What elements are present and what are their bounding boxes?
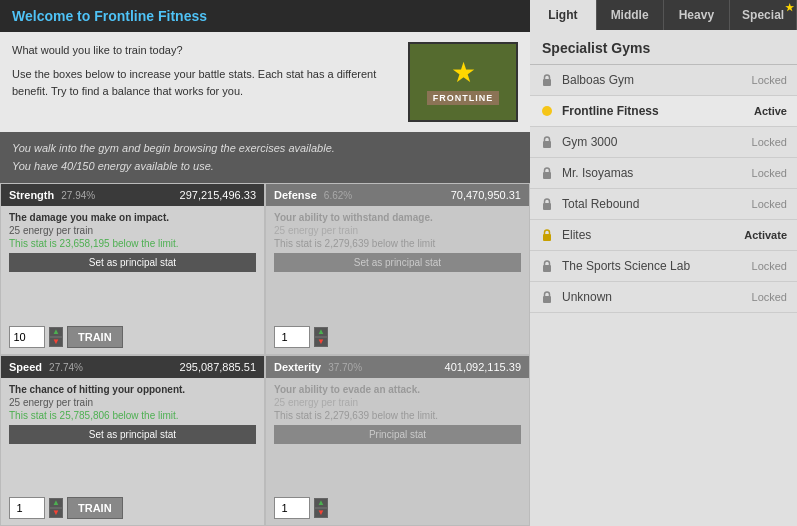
- stat-box-strength: Strength 27.94% 297,215,496.33 The damag…: [0, 183, 265, 354]
- lock-icon: [540, 166, 554, 180]
- stat-pct-defense: 6.62%: [324, 190, 352, 201]
- gym-item-mr.-isoyamas[interactable]: Mr. IsoyamasLocked: [530, 158, 797, 189]
- stat-body-dexterity: Your ability to evade an attack. 25 ener…: [266, 378, 529, 493]
- stat-name-strength: Strength: [9, 189, 54, 201]
- gym-item-total-rebound[interactable]: Total ReboundLocked: [530, 189, 797, 220]
- stat-limit-defense: This stat is 2,279,639 below the limit: [274, 238, 521, 249]
- stat-header-speed: Speed 27.74% 295,087,885.51: [1, 356, 264, 378]
- stat-subdesc-strength: 25 energy per train: [9, 225, 256, 236]
- stat-box-dexterity: Dexterity 37.70% 401,092,115.39 Your abi…: [265, 355, 530, 526]
- train-input-dexterity[interactable]: [274, 497, 310, 519]
- gym-item-frontline-fitness[interactable]: Frontline FitnessActive: [530, 96, 797, 127]
- set-principal-speed[interactable]: Set as principal stat: [9, 425, 256, 444]
- gym-item-name: Elites: [562, 228, 744, 242]
- stat-val-defense: 70,470,950.31: [451, 189, 521, 201]
- gym-item-status: Locked: [752, 136, 787, 148]
- unlock-icon: [540, 228, 554, 242]
- stat-name-dexterity: Dexterity: [274, 361, 321, 373]
- welcome-title: Welcome to Frontline Fitness: [12, 8, 207, 24]
- gym-item-the-sports-science-lab[interactable]: The Sports Science LabLocked: [530, 251, 797, 282]
- gym-item-elites[interactable]: ElitesActivate: [530, 220, 797, 251]
- stat-limit-dexterity: This stat is 2,279,639 below the limit.: [274, 410, 521, 421]
- gym-item-name: Balboas Gym: [562, 73, 752, 87]
- stat-limit-strength: This stat is 23,658,195 below the limit.: [9, 238, 256, 249]
- spin-up-strength[interactable]: ▲: [49, 327, 63, 337]
- spin-box-speed: ▲ ▼: [49, 498, 63, 518]
- welcome-line2: Use the boxes below to increase your bat…: [12, 66, 398, 101]
- left-panel: Welcome to Frontline Fitness What would …: [0, 0, 530, 526]
- gym-item-gym-3000[interactable]: Gym 3000Locked: [530, 127, 797, 158]
- welcome-line1: What would you like to train today?: [12, 42, 398, 60]
- svg-rect-6: [543, 265, 551, 272]
- gym-item-status: Locked: [752, 74, 787, 86]
- spin-box-dexterity: ▲ ▼: [314, 498, 328, 518]
- set-principal-strength[interactable]: Set as principal stat: [9, 253, 256, 272]
- train-input-speed[interactable]: [9, 497, 45, 519]
- energy-detail: You have 40/150 energy available to use.: [12, 160, 214, 172]
- stat-val-speed: 295,087,885.51: [180, 361, 256, 373]
- stat-box-defense: Defense 6.62% 70,470,950.31 Your ability…: [265, 183, 530, 354]
- gym-name-badge: FRONTLINE: [427, 91, 500, 105]
- train-input-defense[interactable]: [274, 326, 310, 348]
- welcome-body: What would you like to train today? Use …: [0, 32, 530, 132]
- gym-item-status: Locked: [752, 167, 787, 179]
- stat-name-speed: Speed: [9, 361, 42, 373]
- stat-pct-speed: 27.74%: [49, 362, 83, 373]
- stat-subdesc-defense: 25 energy per train: [274, 225, 521, 236]
- stat-subdesc-dexterity: 25 energy per train: [274, 397, 521, 408]
- stat-desc-speed: The chance of hitting your opponent.: [9, 384, 256, 395]
- energy-message: You walk into the gym and begin browsing…: [12, 142, 335, 154]
- spin-up-dexterity[interactable]: ▲: [314, 498, 328, 508]
- svg-rect-2: [543, 141, 551, 148]
- tab-special[interactable]: Special ★: [730, 0, 797, 30]
- tab-light[interactable]: Light: [530, 0, 597, 30]
- svg-rect-0: [543, 79, 551, 86]
- welcome-text: What would you like to train today? Use …: [12, 42, 398, 122]
- train-row-strength: ▲ ▼ TRAIN: [1, 322, 264, 354]
- svg-rect-4: [543, 203, 551, 210]
- gym-item-status: Active: [754, 105, 787, 117]
- svg-point-1: [542, 106, 552, 116]
- gym-item-balboas-gym[interactable]: Balboas GymLocked: [530, 65, 797, 96]
- special-star-badge: ★: [785, 2, 794, 13]
- svg-rect-7: [543, 296, 551, 303]
- train-button-strength[interactable]: TRAIN: [67, 326, 123, 348]
- gym-item-name: Unknown: [562, 290, 752, 304]
- gym-item-name: Total Rebound: [562, 197, 752, 211]
- gym-item-status: Locked: [752, 198, 787, 210]
- set-principal-defense: Set as principal stat: [274, 253, 521, 272]
- stat-header-strength: Strength 27.94% 297,215,496.33: [1, 184, 264, 206]
- stat-pct-dexterity: 37.70%: [328, 362, 362, 373]
- stat-subdesc-speed: 25 energy per train: [9, 397, 256, 408]
- lock-icon: [540, 259, 554, 273]
- gym-item-status: Locked: [752, 260, 787, 272]
- stat-limit-speed: This stat is 25,785,806 below the limit.: [9, 410, 256, 421]
- stat-val-dexterity: 401,092,115.39: [445, 361, 521, 373]
- gym-item-unknown[interactable]: UnknownLocked: [530, 282, 797, 313]
- spin-down-strength[interactable]: ▼: [49, 337, 63, 347]
- train-row-speed: ▲ ▼ TRAIN: [1, 493, 264, 525]
- stat-val-strength: 297,215,496.33: [180, 189, 256, 201]
- gym-list: Balboas GymLocked Frontline FitnessActiv…: [530, 65, 797, 526]
- spin-box-strength: ▲ ▼: [49, 327, 63, 347]
- gym-item-status: Locked: [752, 291, 787, 303]
- gym-item-name: Mr. Isoyamas: [562, 166, 752, 180]
- gym-item-name: Gym 3000: [562, 135, 752, 149]
- gym-item-status: Activate: [744, 229, 787, 241]
- tabs-row: Light Middle Heavy Special ★: [530, 0, 797, 30]
- train-button-speed[interactable]: TRAIN: [67, 497, 123, 519]
- stat-header-defense: Defense 6.62% 70,470,950.31: [266, 184, 529, 206]
- spin-down-dexterity[interactable]: ▼: [314, 508, 328, 518]
- tab-middle[interactable]: Middle: [597, 0, 664, 30]
- spin-down-speed[interactable]: ▼: [49, 508, 63, 518]
- spin-down-defense[interactable]: ▼: [314, 337, 328, 347]
- spin-up-speed[interactable]: ▲: [49, 498, 63, 508]
- gym-logo: ★ FRONTLINE: [408, 42, 518, 122]
- specialist-title: Specialist Gyms: [530, 30, 797, 65]
- stat-desc-strength: The damage you make on impact.: [9, 212, 256, 223]
- train-input-strength[interactable]: [9, 326, 45, 348]
- stat-header-dexterity: Dexterity 37.70% 401,092,115.39: [266, 356, 529, 378]
- spin-up-defense[interactable]: ▲: [314, 327, 328, 337]
- tab-heavy[interactable]: Heavy: [664, 0, 731, 30]
- svg-rect-3: [543, 172, 551, 179]
